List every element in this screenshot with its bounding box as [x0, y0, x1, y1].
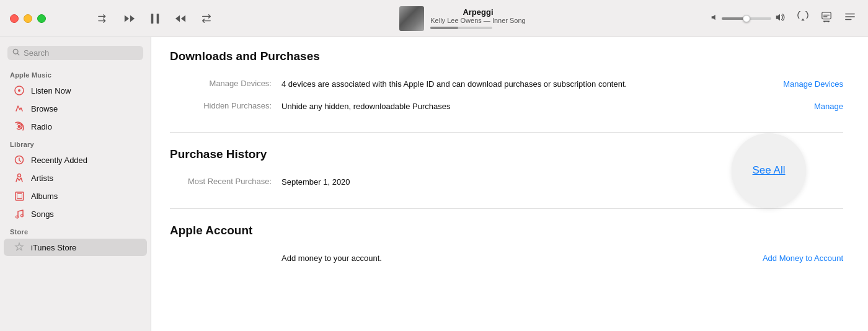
browse-icon	[14, 103, 25, 114]
divider-1	[170, 132, 843, 133]
search-icon	[12, 48, 20, 58]
search-input[interactable]	[24, 48, 138, 58]
airplay-button[interactable]	[795, 9, 811, 28]
volume-knob	[743, 15, 750, 22]
see-all-circle[interactable]: See All	[732, 133, 806, 208]
purchase-history-section: Purchase History Most Recent Purchase: S…	[170, 148, 843, 193]
svg-rect-10	[17, 193, 22, 198]
downloads-section: Downloads and Purchases Manage Devices: …	[170, 50, 843, 117]
listen-now-icon	[14, 85, 25, 96]
volume-low-icon	[711, 14, 718, 23]
search-box[interactable]	[7, 46, 143, 60]
pause-button[interactable]	[148, 11, 162, 27]
sidebar-item-songs[interactable]: Songs	[4, 205, 147, 223]
volume-high-icon	[775, 13, 785, 24]
shuffle-button[interactable]	[95, 11, 112, 26]
see-all-link[interactable]: See All	[753, 164, 786, 177]
header-icons	[795, 9, 858, 28]
downloads-title: Downloads and Purchases	[170, 50, 843, 63]
minimize-button[interactable]	[24, 14, 32, 23]
songs-icon	[14, 208, 25, 219]
content-area: Downloads and Purchases Manage Devices: …	[151, 37, 868, 331]
sidebar-item-label-listen-now: Listen Now	[31, 86, 71, 95]
svg-rect-0	[151, 13, 154, 23]
section-label-apple-music: Apple Music	[0, 66, 151, 81]
hidden-purchases-value: Unhide any hidden, redownloadable Purcha…	[281, 100, 744, 113]
close-button[interactable]	[10, 14, 19, 23]
sidebar-item-label-albums: Albums	[31, 192, 58, 201]
progress-fill	[430, 27, 458, 29]
player-controls	[95, 11, 215, 27]
queue-button[interactable]	[842, 9, 858, 28]
sidebar-item-listen-now[interactable]: Listen Now	[4, 82, 147, 99]
section-label-library: Library	[0, 136, 151, 151]
track-info: Arpeggi Kelly Lee Owens — Inner Song	[430, 7, 525, 29]
forward-button[interactable]	[172, 12, 188, 25]
sidebar-item-label-recently-added: Recently Added	[31, 156, 87, 165]
sidebar: Apple Music Listen Now Browse	[0, 37, 151, 331]
hidden-purchases-row: Hidden Purchases: Unhide any hidden, red…	[170, 95, 843, 118]
divider-2	[170, 208, 843, 209]
apple-account-section: Apple Account Add money to your account.…	[170, 224, 843, 270]
manage-devices-label: Manage Devices:	[170, 78, 281, 88]
track-subtitle: Kelly Lee Owens — Inner Song	[430, 17, 525, 24]
svg-rect-9	[16, 192, 24, 200]
add-money-row: Add money to your account. Add Money to …	[170, 247, 843, 270]
sidebar-item-artists[interactable]: Artists	[4, 169, 147, 187]
svg-point-6	[18, 125, 21, 128]
sidebar-item-radio[interactable]: Radio	[4, 118, 147, 135]
svg-point-12	[21, 214, 24, 217]
itunes-store-icon	[14, 242, 25, 253]
lyrics-button[interactable]	[818, 9, 835, 28]
manage-devices-row: Manage Devices: 4 devices are associated…	[170, 73, 843, 95]
sidebar-item-label-browse: Browse	[31, 104, 58, 113]
manage-devices-action[interactable]: Manage Devices	[744, 78, 843, 89]
now-playing: Arpeggi Kelly Lee Owens — Inner Song	[215, 6, 711, 31]
add-money-action[interactable]: Add Money to Account	[744, 252, 843, 263]
maximize-button[interactable]	[37, 14, 46, 23]
volume-controls	[711, 13, 785, 24]
albums-icon	[14, 190, 25, 201]
hidden-purchases-action[interactable]: Manage	[744, 100, 843, 112]
sidebar-item-recently-added[interactable]: Recently Added	[4, 151, 147, 169]
svg-rect-1	[157, 13, 159, 23]
apple-account-title: Apple Account	[170, 224, 843, 237]
volume-slider[interactable]	[722, 17, 771, 20]
sidebar-item-label-songs: Songs	[31, 210, 54, 219]
add-money-link[interactable]: Add Money to Account	[763, 254, 843, 263]
sidebar-item-browse[interactable]: Browse	[4, 100, 147, 117]
svg-point-5	[18, 89, 20, 92]
sidebar-item-albums[interactable]: Albums	[4, 187, 147, 205]
repeat-button[interactable]	[198, 11, 215, 26]
manage-devices-link[interactable]: Manage Devices	[783, 79, 843, 89]
add-money-value: Add money to your account.	[281, 252, 744, 265]
svg-rect-2	[822, 12, 831, 19]
add-money-label	[170, 252, 281, 253]
traffic-lights	[10, 14, 46, 23]
hidden-purchases-label: Hidden Purchases:	[170, 100, 281, 110]
artists-icon	[14, 172, 25, 183]
main-layout: Apple Music Listen Now Browse	[0, 37, 868, 331]
most-recent-value: September 1, 2020	[281, 176, 744, 188]
section-label-store: Store	[0, 223, 151, 238]
sidebar-item-label-artists: Artists	[31, 174, 53, 183]
sidebar-item-label-radio: Radio	[31, 122, 52, 131]
manage-link[interactable]: Manage	[814, 102, 843, 111]
progress-bar[interactable]	[430, 27, 492, 29]
recently-added-icon	[14, 154, 25, 166]
track-title: Arpeggi	[430, 7, 525, 17]
svg-point-8	[18, 174, 21, 177]
sidebar-item-label-itunes-store: iTunes Store	[31, 243, 76, 252]
titlebar: Arpeggi Kelly Lee Owens — Inner Song	[0, 0, 868, 37]
radio-icon	[14, 121, 25, 132]
album-art	[399, 6, 424, 31]
most-recent-label: Most Recent Purchase:	[170, 176, 281, 186]
rewind-button[interactable]	[122, 12, 138, 25]
manage-devices-value: 4 devices are associated with this Apple…	[281, 78, 744, 90]
sidebar-item-itunes-store[interactable]: iTunes Store	[4, 239, 147, 256]
